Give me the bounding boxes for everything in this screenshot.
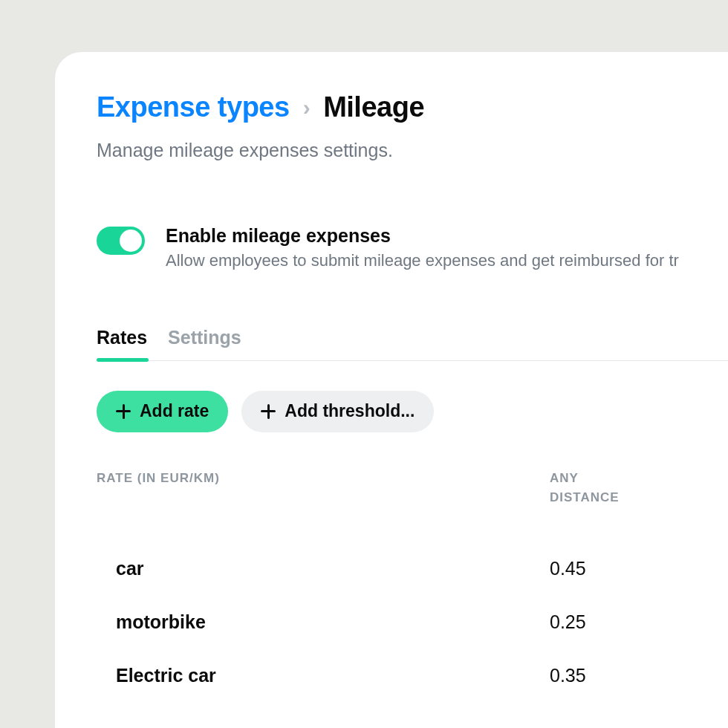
rate-value: 0.45 — [550, 558, 698, 579]
column-header-rate: RATE (IN EUR/KM) — [97, 471, 550, 505]
column-header-distance: ANY DISTANCE — [550, 471, 698, 505]
breadcrumb-parent-link[interactable]: Expense types — [97, 92, 290, 123]
add-rate-label: Add rate — [140, 401, 209, 421]
rate-value: 0.35 — [550, 665, 698, 686]
rate-actions: Add rate Add threshold... — [97, 391, 728, 432]
table-header: RATE (IN EUR/KM) ANY DISTANCE — [97, 471, 728, 505]
breadcrumb: Expense types › Mileage — [97, 92, 728, 123]
tab-rates[interactable]: Rates — [97, 327, 147, 360]
enable-mileage-text: Enable mileage expenses Allow employees … — [166, 225, 679, 270]
settings-card: Expense types › Mileage Manage mileage e… — [55, 52, 728, 728]
enable-mileage-toggle[interactable] — [97, 227, 145, 255]
column-header-distance-line2: DISTANCE — [550, 490, 698, 505]
enable-mileage-row: Enable mileage expenses Allow employees … — [97, 225, 728, 270]
breadcrumb-current: Mileage — [323, 92, 424, 123]
table-row[interactable]: motorbike 0.25 — [97, 596, 728, 649]
add-rate-button[interactable]: Add rate — [97, 391, 228, 432]
plus-icon — [116, 404, 131, 419]
tab-settings[interactable]: Settings — [168, 327, 241, 360]
chevron-right-icon: › — [303, 95, 311, 120]
tabs: Rates Settings — [97, 327, 728, 361]
table-body: car 0.45 motorbike 0.25 Electric car 0.3… — [97, 542, 728, 703]
rate-name: Electric car — [97, 665, 550, 686]
enable-mileage-title: Enable mileage expenses — [166, 225, 679, 247]
column-header-distance-line1: ANY — [550, 471, 579, 485]
table-row[interactable]: car 0.45 — [97, 542, 728, 596]
rates-table: RATE (IN EUR/KM) ANY DISTANCE car 0.45 m… — [97, 471, 728, 703]
add-threshold-label: Add threshold... — [285, 401, 415, 421]
plus-icon — [261, 404, 276, 419]
page-subtitle: Manage mileage expenses settings. — [97, 140, 728, 161]
enable-mileage-description: Allow employees to submit mileage expens… — [166, 251, 679, 270]
rate-name: motorbike — [97, 611, 550, 633]
add-threshold-button[interactable]: Add threshold... — [241, 391, 434, 432]
rate-name: car — [97, 558, 550, 579]
table-row[interactable]: Electric car 0.35 — [97, 649, 728, 703]
rate-value: 0.25 — [550, 611, 698, 633]
